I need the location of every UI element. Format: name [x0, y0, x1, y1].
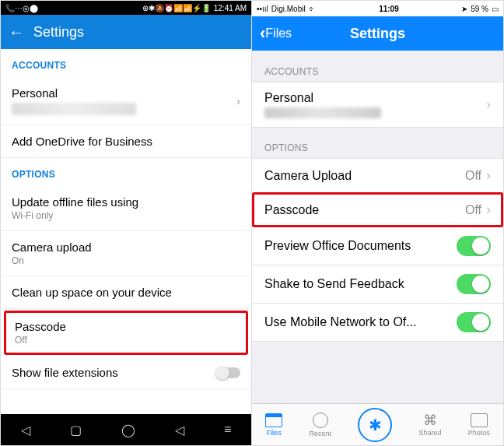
nav-back-icon[interactable]: ◁ [21, 423, 30, 437]
row-mobile-network[interactable]: Use Mobile Network to Of... [252, 303, 503, 342]
chevron-right-icon: › [486, 202, 491, 218]
status-left-icons: 📞⋯◎⬤ [5, 4, 38, 12]
clock-icon [313, 413, 328, 428]
toggle-on[interactable] [457, 312, 491, 332]
row-label: Preview Office Documents [264, 239, 411, 253]
wifi-icon: ᯤ [309, 5, 317, 13]
section-options: OPTIONS [1, 158, 251, 186]
tab-files[interactable]: Files [265, 413, 282, 437]
row-passcode[interactable]: Passcode Off [4, 311, 248, 355]
row-label: Use Mobile Network to Of... [264, 315, 417, 329]
nav-recent-icon[interactable]: ▢ [70, 423, 82, 437]
photo-icon [471, 413, 488, 427]
page-title: Settings [33, 24, 84, 40]
row-sub: On [12, 255, 92, 266]
row-sub: Wi-Fi only [12, 210, 138, 221]
ios-tabbar: Files Recent ✱ ⌘ Shared Photos [252, 403, 503, 445]
tab-label: Photos [468, 429, 490, 437]
file-icon [265, 413, 282, 427]
row-camera-upload[interactable]: Camera Upload Off› [252, 158, 503, 193]
tab-photos[interactable]: Photos [468, 413, 490, 437]
account-email-redacted [264, 107, 381, 118]
nav-home-icon[interactable]: ◯ [121, 423, 135, 437]
tab-label: Shared [419, 429, 442, 437]
android-navbar: ◁ ▢ ◯ ◁ ≡ [1, 414, 251, 445]
row-camera-upload[interactable]: Camera upload On [1, 231, 251, 276]
row-update-offline[interactable]: Update offline files using Wi-Fi only [1, 186, 251, 231]
tab-shared[interactable]: ⌘ Shared [419, 413, 442, 437]
row-label: Show file extensions [12, 366, 118, 379]
tab-label: Recent [309, 430, 331, 437]
toggle-on[interactable] [457, 274, 491, 294]
toggle-on[interactable] [457, 236, 491, 256]
people-icon: ⌘ [423, 413, 437, 427]
chevron-right-icon: › [486, 97, 491, 113]
row-shake-feedback[interactable]: Shake to Send Feedback [252, 265, 503, 304]
row-label: Camera Upload [264, 169, 352, 183]
row-add-business[interactable]: Add OneDrive for Business [1, 125, 251, 158]
row-label: Camera upload [12, 241, 92, 254]
android-status-bar: 📞⋯◎⬤ ⊕✱🔕⏰📶📶⚡🔋 12:41 AM [1, 1, 251, 15]
battery-icon: ▭ [492, 5, 499, 13]
back-arrow-icon[interactable]: ← [9, 23, 24, 41]
tab-add-button[interactable]: ✱ [358, 408, 392, 442]
chevron-right-icon: › [236, 94, 240, 107]
status-time: 11:09 [379, 5, 399, 13]
tab-label: Files [267, 429, 282, 437]
ios-header: ‹ Files Settings [252, 16, 503, 51]
section-accounts: ACCOUNTS [252, 51, 503, 82]
carrier: Digi.Mobil [271, 5, 306, 13]
tab-recent[interactable]: Recent [309, 413, 331, 437]
nav-menu-icon[interactable]: ≡ [224, 423, 231, 437]
row-label: Personal [12, 86, 136, 100]
toggle-off[interactable] [217, 367, 240, 378]
android-header: ← Settings [1, 15, 251, 49]
ios-status-bar: ••ııl Digi.Mobil ᯤ 11:09 ➤ 59 % ▭ [252, 1, 503, 16]
row-label: Add OneDrive for Business [12, 135, 152, 148]
section-options: OPTIONS [252, 127, 503, 158]
location-icon: ➤ [461, 5, 467, 13]
chevron-right-icon: › [486, 167, 491, 184]
row-show-extensions[interactable]: Show file extensions [1, 356, 251, 389]
row-label: Personal [264, 91, 381, 105]
row-preview-docs[interactable]: Preview Office Documents [252, 227, 503, 265]
row-personal[interactable]: Personal › [252, 82, 503, 128]
aperture-icon: ✱ [369, 416, 382, 434]
row-label: Clean up space on your device [12, 286, 172, 299]
row-label: Update offline files using [12, 195, 138, 209]
signal-icon: ••ııl [257, 5, 268, 13]
android-screen: 📞⋯◎⬤ ⊕✱🔕⏰📶📶⚡🔋 12:41 AM ← Settings ACCOUN… [1, 1, 252, 445]
row-sub: Off [15, 335, 66, 346]
section-accounts: ACCOUNTS [1, 49, 251, 77]
row-label: Passcode [264, 203, 319, 217]
row-value: Off [465, 203, 481, 217]
row-personal[interactable]: Personal › [1, 77, 251, 125]
battery-pct: 59 % [471, 5, 488, 13]
row-value: Off [465, 169, 481, 183]
account-email-redacted [12, 103, 136, 115]
status-right-icons: ⊕✱🔕⏰📶📶⚡🔋 [142, 4, 211, 12]
row-passcode[interactable]: Passcode Off› [252, 192, 503, 227]
row-clean-up[interactable]: Clean up space on your device [1, 276, 251, 309]
nav-back2-icon[interactable]: ◁ [175, 423, 184, 437]
page-title: Settings [252, 26, 503, 42]
status-time: 12:41 AM [214, 4, 247, 12]
row-label: Passcode [15, 320, 66, 333]
ios-screen: ••ııl Digi.Mobil ᯤ 11:09 ➤ 59 % ▭ ‹ File… [252, 1, 503, 445]
row-label: Shake to Send Feedback [264, 277, 404, 291]
